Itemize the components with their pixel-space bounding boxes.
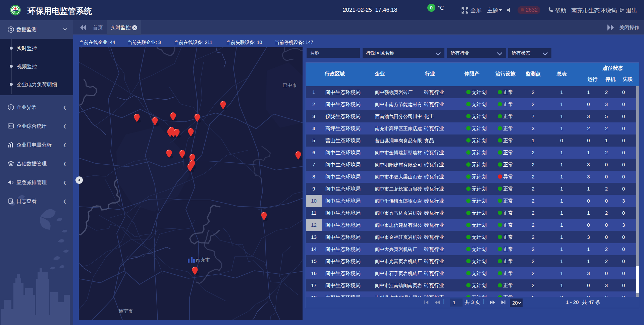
svg-text:南充市: 南充市 <box>196 257 210 262</box>
svg-text:遂宁市: 遂宁市 <box>119 308 133 314</box>
svg-text:巴中市: 巴中市 <box>283 83 297 88</box>
